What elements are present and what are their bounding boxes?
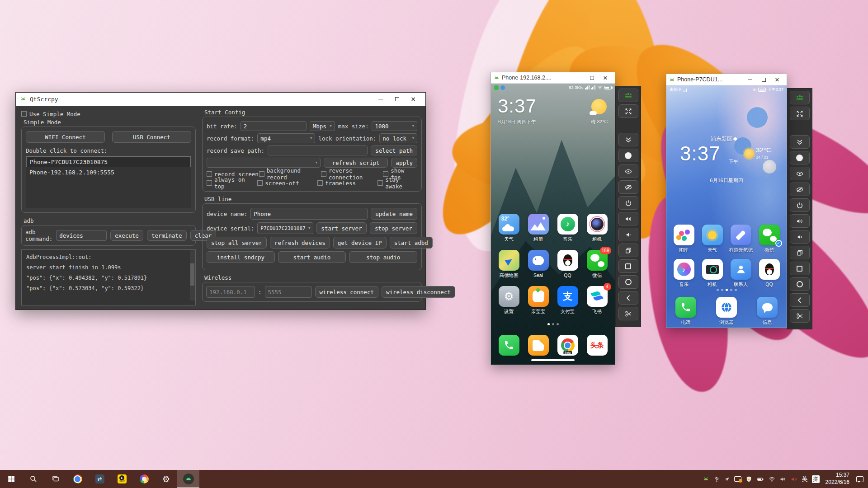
- start-button[interactable]: [0, 470, 22, 488]
- close-button[interactable]: [599, 72, 612, 83]
- back-button[interactable]: [790, 293, 810, 307]
- ime-language-indicator[interactable]: 英: [802, 475, 808, 483]
- volume-down-button[interactable]: [618, 228, 638, 241]
- usb-tray-icon[interactable]: [713, 476, 720, 483]
- camera-app-icon[interactable]: [587, 214, 608, 235]
- screenshot-button[interactable]: [618, 307, 638, 320]
- wifi-tray-icon[interactable]: [769, 476, 775, 483]
- app-qinbaobao[interactable]: 亲宝宝: [524, 286, 553, 315]
- log-scrollbar[interactable]: [190, 250, 195, 300]
- record-save-path-input[interactable]: [268, 145, 368, 155]
- app-camera[interactable]: 相机: [582, 214, 612, 243]
- fullscreen-button[interactable]: [790, 107, 810, 120]
- app-music[interactable]: ♪ 音乐: [553, 214, 582, 243]
- potplayer-taskbar-icon[interactable]: Player: [111, 470, 133, 488]
- frameless-checkbox[interactable]: [317, 180, 323, 186]
- dock-phone-icon[interactable]: [675, 297, 696, 318]
- app-feishu[interactable]: 4 飞书: [582, 286, 612, 315]
- qq-app-icon[interactable]: [557, 250, 578, 271]
- power-button[interactable]: [790, 198, 810, 212]
- wireless-connect-button[interactable]: wireless connect: [315, 286, 378, 298]
- app-amap[interactable]: 高德地图: [494, 250, 524, 279]
- app-weather[interactable]: 32° 天气: [494, 214, 524, 243]
- weather-app-icon[interactable]: 32°: [499, 214, 519, 235]
- phone2-titlebar[interactable]: Phone-P7CDU1...: [666, 74, 787, 85]
- phone2-screen[interactable]: 未插卡 100 下午3:37 浦东新区 3:37 下午 32°C 34 / 21…: [666, 85, 787, 328]
- paint-taskbar-icon[interactable]: [133, 470, 155, 488]
- menu-button[interactable]: [618, 259, 638, 273]
- start-server-button[interactable]: start server: [316, 222, 366, 234]
- dock-messages[interactable]: [524, 335, 553, 356]
- adb-command-input[interactable]: [56, 230, 107, 241]
- device-list-item[interactable]: Phone-192.168.2.109:5555: [26, 167, 191, 178]
- dock-messages[interactable]: 信息: [757, 297, 778, 326]
- device-serial-select[interactable]: P7CDU17C2301087: [257, 222, 313, 234]
- app-alipay[interactable]: 支 支付宝: [553, 286, 582, 315]
- dock-chrome-icon[interactable]: Beta: [557, 335, 578, 356]
- touch-button[interactable]: [790, 151, 810, 164]
- app-camera[interactable]: 相机: [698, 259, 726, 288]
- fullscreen-button[interactable]: [618, 104, 638, 118]
- stop-audio-button[interactable]: stop audio: [349, 251, 417, 263]
- screen-on-button[interactable]: [618, 164, 638, 178]
- dock-messages-icon[interactable]: [528, 335, 549, 356]
- battery-tray-icon[interactable]: [756, 476, 764, 483]
- stop-server-button[interactable]: stop server: [370, 222, 417, 234]
- screen-off-checkbox[interactable]: [257, 180, 263, 186]
- minimize-button[interactable]: [571, 72, 585, 83]
- app-qq[interactable]: QQ: [553, 250, 582, 279]
- android-tray-icon[interactable]: [703, 476, 709, 483]
- dock-phone-icon[interactable]: [499, 335, 519, 356]
- volume-down-button[interactable]: [790, 230, 810, 244]
- volume-up-button[interactable]: [618, 212, 638, 225]
- expand-notification-button[interactable]: [790, 135, 810, 149]
- music-app-icon[interactable]: ♪: [674, 259, 694, 280]
- select-path-button[interactable]: select path: [371, 145, 417, 155]
- get-device-ip-button[interactable]: get device IP: [333, 237, 387, 249]
- contacts-app-icon[interactable]: [731, 259, 751, 280]
- terminate-button[interactable]: terminate: [147, 230, 187, 241]
- app-youdao-note[interactable]: 有道云笔记: [726, 225, 755, 253]
- security-shield-tray-icon[interactable]: [745, 476, 752, 483]
- stay-awake-checkbox[interactable]: [377, 180, 383, 186]
- search-button[interactable]: [22, 470, 44, 488]
- menu-button[interactable]: [790, 262, 810, 275]
- usb-connect-button[interactable]: USB Connect: [112, 131, 191, 143]
- taskbar-clock[interactable]: 15:37 2022/6/16: [826, 472, 849, 486]
- install-sndcpy-button[interactable]: install sndcpy: [207, 251, 275, 263]
- seal-app-icon[interactable]: [528, 250, 549, 271]
- qtscrcpy-menu-button[interactable]: [618, 89, 638, 102]
- settings-taskbar-icon[interactable]: [155, 470, 177, 488]
- reverse-connection-checkbox[interactable]: [321, 171, 326, 177]
- task-view-button[interactable]: [44, 470, 66, 488]
- settings-app-icon[interactable]: ⚙: [499, 286, 519, 307]
- app-gallery[interactable]: 相册: [524, 214, 553, 243]
- ime-pinyin-indicator[interactable]: 拼: [812, 475, 820, 483]
- maximize-button[interactable]: [585, 72, 599, 83]
- app-settings[interactable]: ⚙ 设置: [494, 286, 524, 315]
- camera-app-icon[interactable]: [702, 259, 723, 280]
- bit-rate-unit-select[interactable]: Mbps: [310, 121, 335, 131]
- back-button[interactable]: [618, 291, 638, 305]
- max-size-select[interactable]: 1080: [372, 121, 417, 131]
- app-gallery[interactable]: 图库: [670, 225, 698, 253]
- stop-all-server-button[interactable]: stop all server: [207, 237, 267, 249]
- maximize-button[interactable]: [757, 74, 770, 85]
- screen-off-button[interactable]: [618, 180, 638, 194]
- wireless-ip-input[interactable]: [206, 286, 255, 298]
- notification-center-icon[interactable]: [856, 476, 863, 482]
- chrome-taskbar-icon[interactable]: [66, 470, 89, 488]
- dock-toutiao-icon[interactable]: 头条: [587, 335, 608, 356]
- display-project-tray-icon[interactable]: [734, 476, 741, 482]
- record-format-select[interactable]: mp4: [257, 133, 315, 143]
- home-button[interactable]: [790, 277, 810, 291]
- volume-up-button[interactable]: [790, 214, 810, 228]
- power-button[interactable]: [618, 196, 638, 210]
- script-select[interactable]: [207, 158, 321, 168]
- refresh-script-button[interactable]: refresh script: [324, 158, 388, 168]
- youdao-note-app-icon[interactable]: [731, 225, 751, 245]
- log-scrollbar-thumb[interactable]: [190, 263, 194, 286]
- apply-button[interactable]: apply: [391, 158, 417, 168]
- device-list[interactable]: Phone-P7CDU17C23010875 Phone-192.168.2.1…: [26, 156, 191, 208]
- device-name-input[interactable]: [250, 208, 368, 220]
